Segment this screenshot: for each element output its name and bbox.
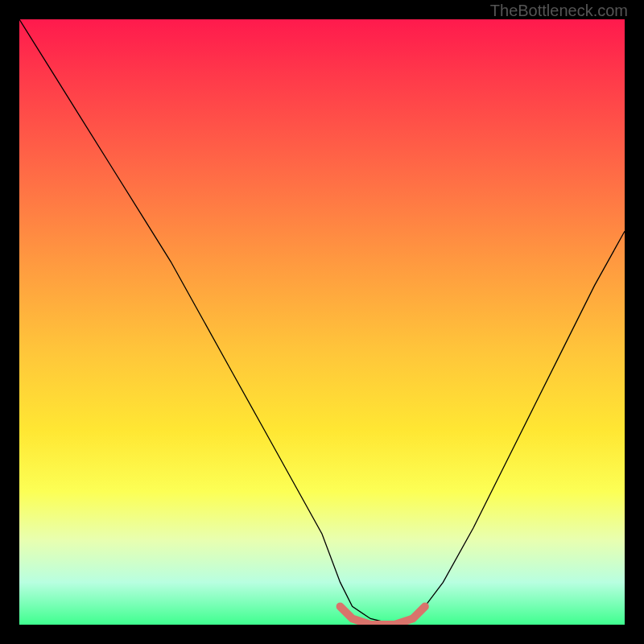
chart-svg <box>19 19 625 625</box>
main-curve <box>19 19 625 625</box>
marker-band <box>341 606 425 625</box>
watermark-text: TheBottleneck.com <box>490 2 628 20</box>
